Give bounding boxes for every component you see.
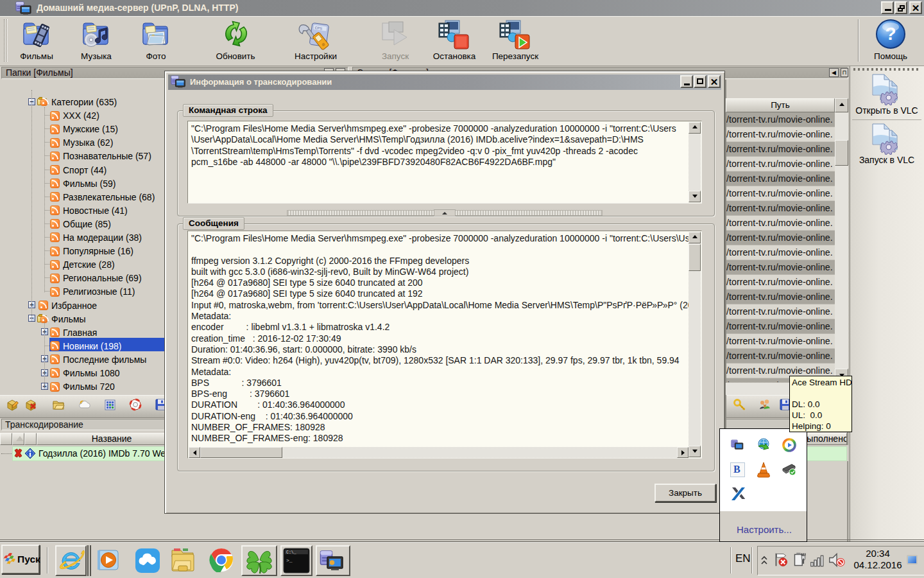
svg-text:C:\_: C:\_ <box>286 550 296 555</box>
svg-text:>_: >_ <box>286 557 293 563</box>
svg-text:?: ? <box>885 24 896 44</box>
